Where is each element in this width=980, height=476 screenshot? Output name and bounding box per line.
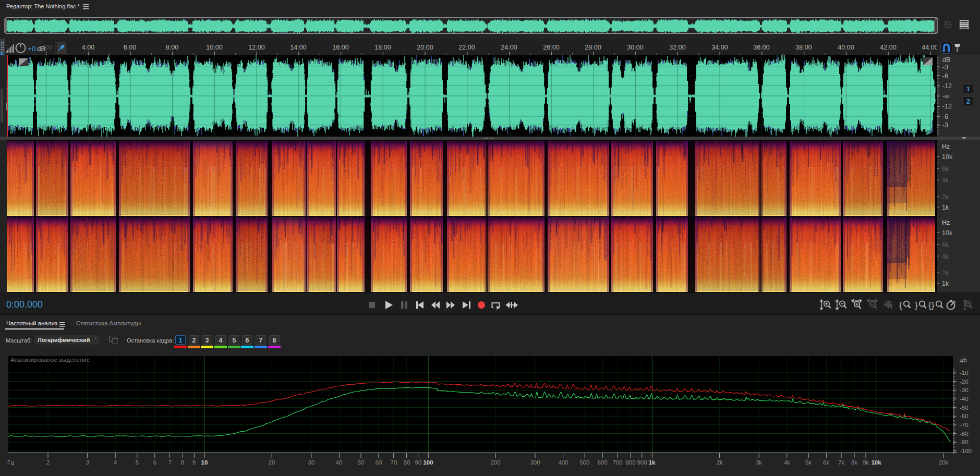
svg-text:4k: 4k: [784, 459, 790, 466]
svg-text:800: 800: [625, 459, 635, 466]
svg-text:dB: dB: [37, 45, 46, 53]
svg-text:+0: +0: [28, 45, 35, 53]
svg-text:500: 500: [579, 459, 589, 466]
svg-text:40:00: 40:00: [838, 44, 854, 51]
svg-text:4k: 4k: [942, 253, 949, 260]
svg-text:900: 900: [637, 459, 647, 466]
svg-text:1k: 1k: [942, 204, 949, 211]
svg-text:}: }: [915, 300, 918, 310]
svg-text:5: 5: [136, 459, 139, 466]
svg-text:-10: -10: [960, 370, 969, 376]
svg-text:Hz: Hz: [942, 219, 950, 226]
svg-text:-80: -80: [960, 431, 969, 437]
svg-text:6k: 6k: [823, 459, 829, 466]
svg-text:6: 6: [153, 459, 156, 466]
svg-text:8k: 8k: [851, 459, 857, 466]
svg-text:4:00: 4:00: [82, 44, 94, 51]
svg-text:42:00: 42:00: [880, 44, 896, 51]
svg-text:18:00: 18:00: [374, 44, 391, 51]
svg-text:32:00: 32:00: [669, 44, 685, 51]
svg-text:60: 60: [376, 459, 382, 466]
svg-text:-40: -40: [960, 396, 969, 402]
svg-text:24:00: 24:00: [501, 44, 517, 51]
svg-text:600: 600: [597, 459, 607, 466]
svg-text:50: 50: [358, 459, 365, 466]
svg-text:-60: -60: [960, 413, 969, 419]
svg-text:-30: -30: [960, 387, 969, 393]
svg-text:-20: -20: [960, 379, 969, 385]
svg-text:8:00: 8:00: [166, 44, 178, 51]
svg-text:26:00: 26:00: [543, 44, 559, 51]
svg-text:1k: 1k: [942, 280, 949, 287]
svg-text:-∞: -∞: [942, 93, 949, 100]
svg-text:700: 700: [612, 459, 622, 466]
svg-text:90: 90: [415, 459, 422, 466]
svg-text:-12: -12: [942, 82, 952, 90]
svg-text:10k: 10k: [871, 459, 881, 466]
svg-text:9: 9: [192, 459, 196, 466]
svg-text:2k: 2k: [717, 459, 723, 466]
svg-text:Гц: Гц: [7, 459, 14, 466]
svg-text:2: 2: [46, 459, 50, 466]
svg-text:28:00: 28:00: [585, 44, 601, 51]
svg-text:{}: {}: [928, 300, 935, 310]
svg-text:dB: dB: [942, 56, 950, 64]
svg-text:38:00: 38:00: [795, 44, 812, 51]
svg-text:-50: -50: [960, 405, 969, 411]
svg-text:дБ: дБ: [960, 357, 967, 363]
svg-text:5k: 5k: [805, 459, 812, 466]
svg-text:8: 8: [181, 459, 184, 466]
svg-text:{: {: [899, 300, 902, 310]
svg-text:200: 200: [490, 459, 500, 466]
svg-text:30: 30: [308, 459, 315, 466]
svg-text:-6: -6: [942, 113, 948, 120]
svg-text:4: 4: [114, 459, 117, 466]
svg-text:-70: -70: [960, 422, 969, 428]
svg-text:34:00: 34:00: [711, 44, 728, 51]
svg-text:2k: 2k: [942, 193, 949, 201]
svg-text:7: 7: [168, 459, 172, 466]
svg-text:20:00: 20:00: [417, 44, 433, 51]
svg-text:70: 70: [391, 459, 397, 466]
svg-text:7k: 7k: [838, 459, 844, 466]
svg-text:-3: -3: [942, 121, 948, 129]
svg-text:300: 300: [530, 459, 540, 466]
svg-text:1: 1: [966, 86, 970, 93]
svg-text:10: 10: [201, 459, 208, 466]
svg-text:20: 20: [269, 459, 275, 466]
svg-text:10:00: 10:00: [206, 44, 222, 51]
svg-text:30:00: 30:00: [627, 44, 643, 51]
svg-text:-90: -90: [960, 439, 969, 445]
svg-text:6k: 6k: [942, 241, 949, 249]
svg-text:16:00: 16:00: [332, 44, 348, 51]
svg-text:22:00: 22:00: [458, 44, 475, 51]
svg-text:-3: -3: [942, 64, 948, 71]
svg-text:9k: 9k: [863, 459, 869, 466]
svg-text:3: 3: [86, 459, 89, 466]
svg-text:Hz: Hz: [942, 143, 950, 150]
svg-text:10k: 10k: [942, 229, 953, 237]
svg-text:400: 400: [558, 459, 568, 466]
svg-text:36:00: 36:00: [753, 44, 769, 51]
svg-text:2: 2: [966, 98, 970, 105]
svg-text:Анализированое выделение: Анализированое выделение: [10, 357, 90, 363]
svg-text:-6: -6: [942, 72, 948, 80]
svg-text:10k: 10k: [942, 153, 953, 161]
svg-text:40: 40: [336, 459, 343, 466]
svg-text:20k: 20k: [939, 459, 949, 466]
svg-text:4k: 4k: [942, 177, 949, 184]
svg-text:14:00: 14:00: [290, 44, 306, 51]
svg-text:-100: -100: [960, 448, 972, 454]
svg-text:44:00: 44:00: [922, 44, 938, 51]
svg-text:-12: -12: [942, 103, 952, 110]
svg-text:6k: 6k: [942, 165, 949, 173]
svg-text:3k: 3k: [756, 459, 762, 466]
svg-text:80: 80: [404, 459, 410, 466]
svg-text:6:00: 6:00: [124, 44, 136, 51]
svg-text:100: 100: [423, 459, 433, 466]
svg-text:12:00: 12:00: [248, 44, 264, 51]
svg-text:1k: 1k: [649, 459, 656, 466]
svg-text:2k: 2k: [942, 270, 949, 277]
